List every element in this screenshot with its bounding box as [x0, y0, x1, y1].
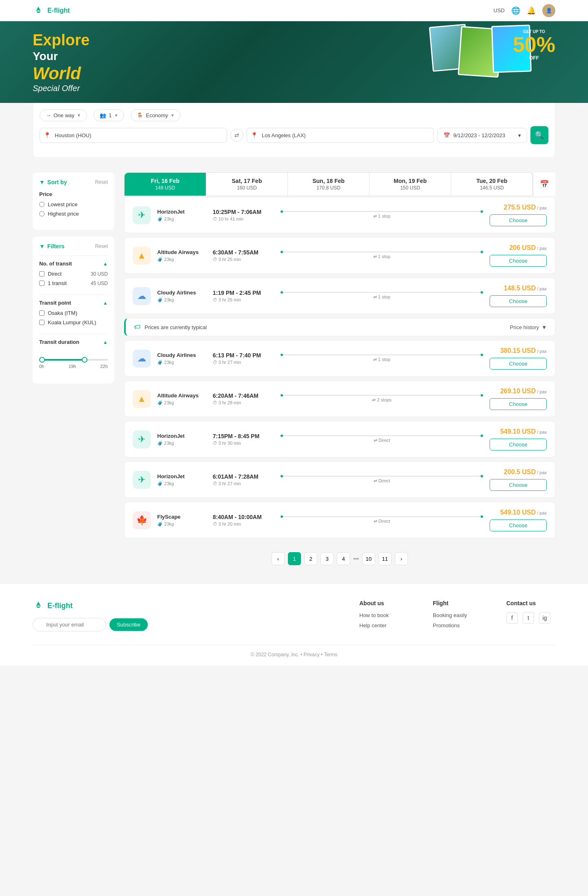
footer-booking[interactable]: Booking easily — [433, 612, 482, 618]
kul-checkbox[interactable] — [39, 320, 45, 325]
highest-price-option[interactable]: Highest price — [39, 211, 108, 217]
filters-reset-btn[interactable]: Reset — [95, 243, 108, 249]
transit-duration-header[interactable]: Transit duration ▲ — [39, 339, 108, 345]
slider-thumb-right[interactable] — [82, 357, 87, 363]
from-input[interactable] — [40, 128, 227, 143]
date-tab-4[interactable]: Tue, 20 Feb 146.5 USD — [451, 173, 532, 196]
date-tab-4-price: 146.5 USD — [454, 185, 529, 191]
choose-btn-6[interactable]: Choose — [490, 439, 547, 450]
flight-line-3: ⇌ 1 stop — [281, 292, 483, 300]
banner-content: Explore Your World Special Offer — [0, 31, 122, 94]
footer-promotions[interactable]: Promotions — [433, 622, 482, 629]
flight-times-1: 10:25PM - 7:06AM ⏱ 10 hr 41 min — [213, 209, 274, 221]
airline-logo-6: ✈ — [133, 430, 151, 448]
slider-track — [39, 359, 108, 361]
page-btn-11[interactable]: 11 — [379, 552, 392, 565]
flight-card-3: ☁ Cloudy Airlines 🧳 23kg 1:19 PM - 2:45 … — [124, 278, 555, 314]
date-tab-1[interactable]: Sat, 17 Feb 160 USD — [206, 173, 288, 196]
time-range-3: 1:19 PM - 2:45 PM — [213, 290, 274, 296]
filters-panel: ▼ Filters Reset No. of transit ▲ Direct — [33, 236, 114, 383]
to-input[interactable] — [247, 128, 434, 143]
page-btn-4[interactable]: 4 — [337, 552, 350, 565]
slider-thumb-left[interactable] — [39, 357, 45, 363]
logo[interactable]: E-flight — [33, 5, 70, 16]
globe-icon[interactable]: 🌐 — [511, 6, 520, 15]
lowest-price-radio[interactable] — [39, 202, 45, 207]
trip-type-btn[interactable]: → One way ▼ — [40, 109, 87, 121]
footer-about-title: About us — [359, 600, 408, 606]
pagination: ‹ 1 2 3 4 ••• 10 11 › — [124, 542, 555, 575]
date-picker[interactable]: 📅 9/12/2023 - 12/2/2023 ▾ — [437, 128, 527, 143]
class-btn[interactable]: 🪑 Economy ▼ — [131, 109, 180, 121]
page-btn-2[interactable]: 2 — [304, 552, 317, 565]
date-tab-0-day: Fri, 16 Feb — [128, 178, 203, 184]
next-page-btn[interactable]: › — [395, 552, 408, 565]
passengers-btn[interactable]: 👥 1 ▼ — [94, 109, 124, 121]
flight-card-8: 🍁 FlyScape 🧳 23kg 8:40AM - 10:00AM ⏱ 3 h… — [124, 502, 555, 538]
one-transit-checkbox[interactable] — [39, 281, 45, 286]
footer-flight-title: Flight — [433, 600, 482, 606]
choose-btn-7[interactable]: Choose — [490, 479, 547, 491]
page-dots: ••• — [353, 556, 359, 562]
choose-btn-3[interactable]: Choose — [490, 295, 547, 307]
choose-btn-5[interactable]: Choose — [490, 398, 547, 410]
prev-page-btn[interactable]: ‹ — [272, 552, 285, 565]
transit-count-header[interactable]: No. of transit ▲ — [39, 261, 108, 267]
flight-bar-4 — [281, 354, 483, 355]
choose-btn-8[interactable]: Choose — [490, 519, 547, 531]
choose-btn-2[interactable]: Choose — [490, 255, 547, 267]
time-range-8: 8:40AM - 10:00AM — [213, 514, 274, 520]
page-btn-1[interactable]: 1 — [288, 552, 301, 565]
footer-how-to-book[interactable]: How to book — [359, 612, 408, 618]
choose-btn-4[interactable]: Choose — [490, 358, 547, 370]
calendar-icon: 📅 — [443, 132, 450, 138]
one-transit-price: 45 USD — [91, 281, 108, 286]
svg-rect-1 — [37, 606, 40, 608]
page-btn-3[interactable]: 3 — [321, 552, 334, 565]
flight-card-5: ▲ Altitude Airways 🧳 23kg 6:20AM - 7:46A… — [124, 381, 555, 417]
highest-price-radio[interactable] — [39, 211, 45, 216]
filter-icon: ▼ — [39, 179, 45, 185]
price-section-title: Price — [39, 191, 108, 197]
date-tab-2[interactable]: Sun, 18 Feb 170.8 USD — [288, 173, 370, 196]
facebook-icon[interactable]: f — [506, 612, 518, 624]
currency-label[interactable]: USD — [494, 7, 505, 13]
flight-card-1: ✈ HorizonJet 🧳 23kg 10:25PM - 7:06AM ⏱ 1… — [124, 197, 555, 233]
search-button[interactable]: 🔍 — [530, 126, 548, 144]
date-chevron: ▾ — [518, 132, 521, 138]
footer-bottom: © 2022 Company, Inc. • Privacy • Terms — [33, 645, 555, 658]
lowest-price-option[interactable]: Lowest price — [39, 201, 108, 207]
passengers-label: 1 — [109, 112, 111, 118]
date-tab-3-day: Mon, 19 Feb — [373, 178, 448, 184]
sort-reset-btn[interactable]: Reset — [95, 179, 108, 185]
email-input[interactable] — [33, 618, 106, 631]
slider-labels: 0h 19h 22h — [39, 364, 108, 369]
airline-logo-1: ✈ — [133, 206, 151, 224]
footer-about: About us How to book Help center — [359, 600, 408, 633]
transit-duration-group: Transit duration ▲ 0h 19h 22h — [39, 334, 108, 377]
flight-price-7: 200.5 USD / pax Choose — [490, 468, 547, 491]
date-tab-0[interactable]: Fri, 16 Feb 148 USD — [125, 173, 206, 196]
sidebar: ▼ Sort by Reset Price Lowest price Highe… — [33, 172, 114, 575]
calendar-tab-btn[interactable]: 📅 — [533, 172, 555, 196]
swap-btn[interactable]: ⇄ — [230, 129, 243, 142]
from-icon: 📍 — [44, 132, 51, 138]
instagram-icon[interactable]: ig — [539, 612, 550, 624]
subscribe-btn[interactable]: Subscribe — [109, 618, 148, 631]
page-btn-10[interactable]: 10 — [362, 552, 375, 565]
date-tab-3[interactable]: Mon, 19 Feb 150 USD — [370, 173, 451, 196]
direct-checkbox[interactable] — [39, 271, 45, 276]
transit-point-header[interactable]: Transit point ▲ — [39, 300, 108, 306]
flight-line-6: ⇌ Direct — [281, 435, 483, 443]
airline-logo-icon-1: ✈ — [138, 210, 145, 221]
flight-times-8: 8:40AM - 10:00AM ⏱ 3 hr 20 min — [213, 514, 274, 526]
avatar[interactable]: 👤 — [542, 4, 555, 17]
footer-help-center[interactable]: Help center — [359, 622, 408, 629]
flight-card-2: ▲ Altitude Airways 🧳 23kg 6:30AM - 7:55A… — [124, 237, 555, 274]
choose-btn-1[interactable]: Choose — [490, 214, 547, 226]
osaka-checkbox[interactable] — [39, 310, 45, 316]
price-history-btn[interactable]: Price history ▼ — [510, 324, 547, 330]
banner: Explore Your World Special Offer GET UP … — [0, 21, 588, 103]
twitter-icon[interactable]: t — [523, 612, 534, 624]
bell-icon[interactable]: 🔔 — [527, 6, 536, 15]
